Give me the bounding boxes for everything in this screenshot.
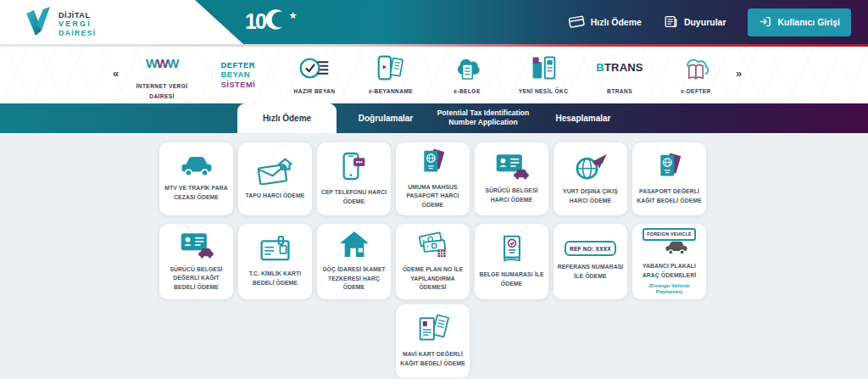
v-logo-icon bbox=[24, 6, 53, 41]
passport-icon bbox=[656, 152, 683, 181]
service-item-label: HAZIR BEYAN bbox=[294, 86, 336, 96]
service-item-e-beyanname[interactable]: e-BEYANNAME bbox=[353, 47, 429, 103]
service-item-label: e-DEFTER bbox=[681, 86, 710, 96]
service-item-yeni-nesil-okc[interactable]: YENİ NESİL ÖKC bbox=[505, 47, 581, 103]
card-surucu-belgesi-degerli-kagit[interactable]: SÜRÜCÜ BELGESİ DEĞERLİ KAĞIT BEDELİ ÖDEM… bbox=[159, 224, 233, 299]
tab-potential-tax-id-application[interactable]: Potential Tax Identification Number Appl… bbox=[426, 103, 540, 133]
btrans-logo: BTRANS bbox=[596, 53, 643, 82]
top-header: DİJİTAL VERGİ DAİRESİ 10 ★ Hızlı Ödeme bbox=[0, 0, 868, 44]
card-tapu-harci[interactable]: TAPU HARCI ÖDEME bbox=[238, 142, 312, 215]
www-logo: WWW bbox=[146, 48, 178, 77]
foreign-vehicle-icon: FOREIGN VEHICLE bbox=[643, 228, 695, 255]
centennial-100-logo: 10 ★ bbox=[245, 8, 298, 35]
services-items: WWW İNTERNET VERGİ DAİRESİ DEFTERBEYANSİ… bbox=[124, 47, 734, 103]
passport-icon bbox=[420, 148, 447, 176]
okc-icon bbox=[529, 53, 558, 82]
service-item-btrans[interactable]: BTRANS BTRANS bbox=[581, 47, 658, 103]
card-umuma-mahsus-pasaport-harci[interactable]: UMUMA MAHSUS PASAPORT HARCI ÖDEME bbox=[396, 142, 470, 215]
house-icon bbox=[338, 230, 370, 259]
header-link-duyurular[interactable]: Duyurular bbox=[664, 14, 726, 31]
service-item-hazir-beyan[interactable]: HAZIR BEYAN bbox=[276, 47, 353, 103]
car-icon bbox=[179, 154, 214, 177]
carousel-prev-arrow[interactable]: « bbox=[113, 67, 119, 80]
card-mtv-trafik-cezasi[interactable]: MTV VE TRAFİK PARA CEZASI ÖDEME bbox=[159, 142, 233, 215]
tab-label: Potential Tax Identification Number Appl… bbox=[426, 109, 540, 127]
card-label: MTV VE TRAFİK PARA CEZASI ÖDEME bbox=[163, 184, 230, 202]
card-label: CEP TELEFONU HARCI ÖDEME bbox=[320, 188, 387, 206]
docs-icon bbox=[417, 313, 449, 343]
license-car-icon bbox=[179, 231, 214, 259]
card-goc-idaresi-ikamet[interactable]: GÖÇ İDARESİ İKAMET TEZKERESİ HARÇ ÖDEME bbox=[317, 224, 391, 299]
card-label: UMUMA MAHSUS PASAPORT HARCI ÖDEME bbox=[399, 183, 466, 210]
ref-badge-icon: REF NO: XXXX bbox=[565, 241, 616, 256]
cards-row: MAVİ KART DEĞERLİ KAĞIT BEDELİ ÖDEME bbox=[396, 304, 470, 378]
card-cep-telefonu-harci[interactable]: CEP TELEFONU HARCI ÖDEME bbox=[317, 142, 391, 215]
defter-beyan-logo: DEFTERBEYANSİSTEMİ bbox=[221, 60, 256, 89]
hazir-beyan-icon bbox=[298, 53, 331, 82]
card-label: REFERANS NUMARASI İLE ÖDEME bbox=[557, 263, 624, 281]
logo-line-1: DİJİTAL bbox=[58, 11, 96, 20]
card-mavi-kart-degerli-kagit[interactable]: MAVİ KART DEĞERLİ KAĞIT BEDELİ ÖDEME bbox=[396, 304, 470, 378]
card-label: ÖDEME PLAN NO İLE YAPILANDIRMA ÖDEMESİ bbox=[399, 265, 466, 293]
card-label: TAPU HARCI ÖDEME bbox=[246, 192, 305, 201]
service-item-label: YENİ NESİL ÖKC bbox=[519, 86, 569, 96]
card-yabanci-plakali-arac[interactable]: FOREIGN VEHICLE YABANCI PLAKALI ARAÇ ÖDE… bbox=[632, 224, 706, 299]
card-label: YABANCI PLAKALI ARAÇ ÖDEMELERİ bbox=[636, 262, 703, 280]
service-item-defter-beyan-sistemi[interactable]: DEFTERBEYANSİSTEMİ bbox=[200, 47, 276, 103]
card-label: SÜRÜCÜ BELGESİ DEĞERLİ KAĞIT BEDELİ ÖDEM… bbox=[163, 265, 230, 293]
service-item-label: e-BELGE bbox=[453, 86, 480, 96]
card-label: GÖÇ İDARESİ İKAMET TEZKERESİ HARÇ ÖDEME bbox=[320, 265, 387, 293]
envelope-house-icon bbox=[257, 157, 294, 185]
app-logo-text: DİJİTAL VERGİ DAİRESİ bbox=[58, 9, 96, 36]
book-check-icon bbox=[498, 233, 526, 264]
star-icon: ★ bbox=[289, 10, 298, 21]
service-item-internet-vergi-dairesi[interactable]: WWW İNTERNET VERGİ DAİRESİ bbox=[124, 47, 200, 103]
user-login-button[interactable]: Kullanıcı Girişi bbox=[748, 8, 851, 36]
card-referans-numarasi[interactable]: REF NO: XXXX REFERANS NUMARASI İLE ÖDEME bbox=[554, 224, 627, 299]
carousel-next-arrow[interactable]: » bbox=[736, 67, 742, 80]
phone-chat-icon bbox=[342, 151, 367, 181]
header-link-hizli-odeme[interactable]: Hızlı Ödeme bbox=[568, 14, 642, 30]
card-tc-kimlik-karti[interactable]: T.C. KİMLİK KARTI BEDELİ ÖDEME bbox=[238, 224, 312, 299]
e-belge-icon bbox=[452, 53, 482, 82]
e-defter-icon bbox=[680, 53, 712, 82]
card-surucu-belgesi-harci[interactable]: SÜRÜCÜ BELGESİ HARCI ÖDEME bbox=[475, 142, 548, 215]
service-item-label: e-BEYANNAME bbox=[369, 86, 413, 96]
globe-plane-icon bbox=[574, 152, 608, 181]
card-label: BELGE NUMARASI İLE ÖDEME bbox=[478, 270, 545, 288]
digital-tax-office-page: DİJİTAL VERGİ DAİRESİ 10 ★ Hızlı Ödeme bbox=[0, 0, 868, 379]
centennial-10-text: 10 bbox=[245, 11, 265, 32]
tab-hesaplamalar[interactable]: Hesaplamalar bbox=[542, 103, 624, 133]
tab-label: Hızlı Ödeme bbox=[263, 113, 311, 124]
card-belge-numarasi[interactable]: BELGE NUMARASI İLE ÖDEME bbox=[475, 224, 548, 299]
card-label: T.C. KİMLİK KARTI BEDELİ ÖDEME bbox=[242, 270, 309, 287]
app-logo: DİJİTAL VERGİ DAİRESİ bbox=[24, 6, 96, 41]
header-actions: Hızlı Ödeme Duyurular Kullanıcı Girişi bbox=[568, 0, 851, 44]
service-item-label: BTRANS bbox=[607, 86, 632, 96]
services-carousel: « WWW İNTERNET VERGİ DAİRESİ DEFTERBEYAN… bbox=[0, 47, 868, 103]
banknotes-icon bbox=[415, 230, 451, 259]
card-label: PASAPORT DEĞERLİ KAĞIT BEDELİ ÖDEME bbox=[636, 187, 703, 205]
logo-line-3: DAİRESİ bbox=[58, 29, 96, 37]
card-label: YURT DIŞINA ÇIKIŞ HARCI ÖDEME bbox=[557, 187, 624, 205]
card-label: SÜRÜCÜ BELGESİ HARCI ÖDEME bbox=[478, 187, 545, 204]
tab-hizli-odeme[interactable]: Hızlı Ödeme bbox=[237, 103, 337, 133]
logo-line-2: VERGİ bbox=[58, 20, 96, 28]
tab-label: Doğrulamalar bbox=[359, 113, 413, 124]
tab-dogrulamalar[interactable]: Doğrulamalar bbox=[337, 103, 434, 133]
tab-bar: Hızlı Ödeme Doğrulamalar Potential Tax I… bbox=[0, 103, 868, 133]
crescent-icon bbox=[265, 8, 288, 35]
service-item-e-belge[interactable]: e-BELGE bbox=[429, 47, 505, 103]
card-sublabel: (Foreign Vehicle Payments) bbox=[636, 282, 703, 294]
credit-card-icon bbox=[568, 14, 585, 30]
service-item-e-defter[interactable]: e-DEFTER bbox=[658, 47, 734, 103]
header-link-label: Duyurular bbox=[684, 17, 726, 27]
tab-label: Hesaplamalar bbox=[555, 113, 610, 124]
card-pasaport-degerli-kagit[interactable]: PASAPORT DEĞERLİ KAĞIT BEDELİ ÖDEME bbox=[632, 142, 706, 215]
user-login-label: Kullanıcı Girişi bbox=[777, 17, 840, 27]
header-link-label: Hızlı Ödeme bbox=[591, 17, 642, 27]
newspaper-icon bbox=[664, 14, 678, 31]
card-odeme-plan-no[interactable]: ÖDEME PLAN NO İLE YAPILANDIRMA ÖDEMESİ bbox=[396, 224, 470, 299]
card-yurt-disina-cikis-harci[interactable]: YURT DIŞINA ÇIKIŞ HARCI ÖDEME bbox=[554, 142, 627, 215]
cards-row: SÜRÜCÜ BELGESİ DEĞERLİ KAĞIT BEDELİ ÖDEM… bbox=[159, 224, 706, 299]
